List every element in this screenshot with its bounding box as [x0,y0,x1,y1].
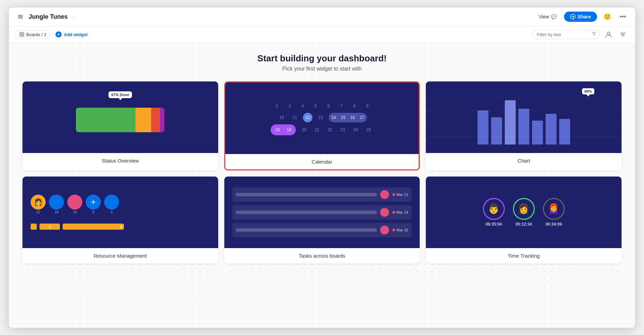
app-title: Jungle Tunes [29,13,68,20]
cal-cell: 2 [272,101,281,111]
status-tooltip: 67% Done [109,91,132,98]
svg-rect-1 [18,16,23,17]
widget-card-resource-management[interactable]: 👩 12 18 14 [22,177,218,263]
cal-cell: 3 [285,101,294,111]
cal-cell: 23 [338,125,348,135]
avatar-5 [104,195,119,210]
task-row-2: Mar 14 [232,205,412,219]
avatar-count-3: 14 [73,210,77,214]
resource-management-preview: 👩 12 18 14 [22,177,218,248]
chart-bar [518,109,529,144]
chart-tooltip: 68% [582,88,594,94]
view-label: View [539,14,549,19]
avatar-with-count: 4 [104,195,119,214]
widget-label-calendar: Calendar [225,154,419,169]
cal-cell-purple: 19 [284,125,294,135]
star-icon[interactable]: ☆ [71,14,76,20]
filter-input-wrap [532,30,600,39]
boards-icon [19,32,24,37]
widget-label-resource-management: Resource Management [22,248,218,263]
time-preview-inner: 👨 09:35:04 👩 05:12:34 👩‍🦰 00:34:09 [426,177,622,248]
orange-square-icon [31,224,37,230]
status-preview-inner: 67% Done [22,81,218,153]
task-bar-placeholder [236,228,377,232]
sub-bar: Boards / 2 + Add widget [9,27,635,43]
more-options-icon[interactable]: ••• [617,11,628,22]
cal-cell: 25 [364,125,373,135]
share-icon [570,14,576,19]
share-button[interactable]: Share [564,12,597,22]
time-avatar-ring-3: 👩‍🦰 [543,198,565,220]
task-bar-placeholder [236,211,377,214]
tasks-preview: Mar 13 Mar 14 [224,177,420,248]
chart-bar [491,117,502,144]
task-row-1: Mar 13 [232,187,412,202]
add-circle-icon: + [55,31,62,37]
top-bar: Jungle Tunes ☆ View 💬 Share 🙂 ••• [9,7,635,27]
cal-cell: 4 [298,101,307,111]
svg-rect-6 [20,35,21,36]
cal-cell: 7 [337,101,346,111]
chart-preview: 68% [426,81,622,153]
time-label-1: 09:35:04 [486,222,502,227]
task-avatar [380,226,389,234]
time-label-3: 00:34:09 [546,222,562,227]
cal-cell-range: 16 [348,113,357,122]
chart-bar [559,119,570,144]
chart-bar [505,100,516,144]
sub-bar-left: Boards / 2 + Add widget [16,30,92,39]
task-date-3: Mar 15 [392,228,408,232]
view-button[interactable]: View 💬 [536,13,559,21]
main-content: Start building your dashboard! Pick your… [9,43,635,328]
task-avatar [380,190,389,199]
cal-cell-purple: 18 [273,125,282,135]
cal-cell: 9 [363,101,372,111]
time-avatar-ring-1: 👨 [483,198,505,220]
message-icon: 💬 [551,14,557,19]
cal-cell: 10 [277,113,287,122]
resource-preview-inner: 👩 12 18 14 [22,177,218,248]
time-avatar-ring-2: 👩 [513,198,535,220]
task-dot [392,193,395,196]
widget-card-chart[interactable]: 68% Chart [426,81,622,170]
svg-rect-4 [20,32,21,34]
svg-rect-7 [22,35,24,36]
avatar-with-count: 14 [67,195,82,214]
widget-card-time-tracking[interactable]: 👨 09:35:04 👩 05:12:34 👩‍🦰 00:34:09 [426,177,622,263]
res-bar-short: 4 [39,224,60,230]
task-avatar [380,208,389,217]
cal-cell: 5 [311,101,320,111]
cal-cell: 22 [325,125,335,135]
chart-bar [546,114,557,144]
filter-icon[interactable] [617,29,628,40]
svg-rect-2 [18,18,23,18]
add-widget-button[interactable]: + Add widget [51,30,92,39]
avatar-3 [67,195,82,210]
dashboard-title: Start building your dashboard! [22,53,622,64]
cal-cell: 24 [351,125,360,135]
task-dot [392,229,395,231]
widget-label-status-overview: Status Overview [22,153,218,168]
chart-bar [532,121,543,144]
widget-card-tasks-across-boards[interactable]: Mar 13 Mar 14 [224,177,420,263]
cal-cell-range: 14 [329,113,338,122]
filter-input[interactable] [532,30,600,39]
status-overview-preview: 67% Done [22,81,218,153]
dashboard-subtitle: Pick your first widget to start with [22,66,622,72]
emoji-icon[interactable]: 🙂 [602,11,613,22]
cal-cell: 20 [299,125,309,135]
widget-card-calendar[interactable]: 2 3 4 5 6 7 8 9 10 11 [224,81,420,170]
cal-cell-range: 17 [357,113,367,122]
widget-label-time-tracking: Time Tracking [426,248,622,263]
boards-button[interactable]: Boards / 2 [16,30,50,39]
sidebar-toggle[interactable] [16,12,25,21]
cal-cell: 6 [324,101,333,111]
account-icon[interactable] [603,29,614,40]
avatar-count-1: 12 [36,210,40,214]
chart-bar [478,110,488,144]
top-bar-left: Jungle Tunes ☆ [16,12,76,21]
sub-bar-right [532,29,628,40]
avatar-count-2: 18 [54,210,58,214]
res-bar-long: 8 [63,224,124,230]
widget-card-status-overview[interactable]: 67% Done Status Overview [22,81,218,170]
